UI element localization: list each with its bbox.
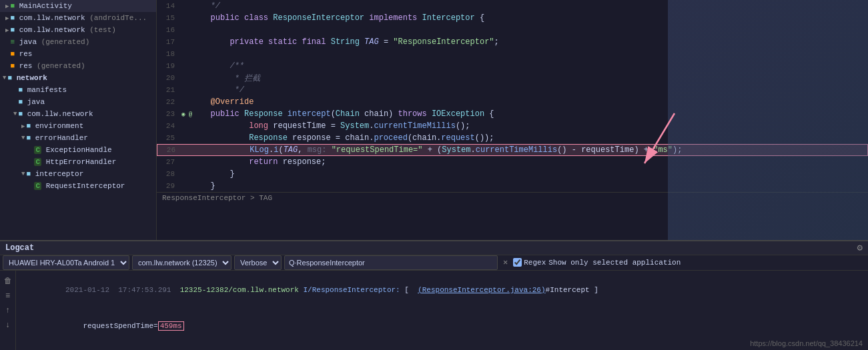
tree-item-network-module[interactable]: ▼ ■ network bbox=[0, 72, 156, 84]
tree-item-requestinterceptor[interactable]: ▶ C RequestInterceptor bbox=[0, 180, 156, 192]
folder-icon: ■ bbox=[18, 98, 23, 106]
folder-icon: ■ bbox=[18, 110, 23, 118]
device-select[interactable]: HUAWEI HRY-AL00Ta Android 1 bbox=[3, 255, 129, 270]
line-number: 22 bbox=[157, 98, 180, 106]
regex-checkbox-label[interactable]: Regex bbox=[513, 258, 546, 267]
log-indent: requestSpendTime= bbox=[65, 322, 158, 330]
tree-label: MainActivity bbox=[19, 2, 72, 10]
code-line-24: 24 long requestTime = System.currentTime… bbox=[157, 120, 868, 132]
folder-icon: ■ bbox=[26, 134, 31, 142]
settings-icon[interactable]: ⚙ bbox=[857, 242, 863, 253]
tree-label: java (generated) bbox=[19, 38, 90, 46]
tree-arrow-icon: ▶ bbox=[21, 123, 25, 130]
code-line-19: 19 /** bbox=[157, 60, 868, 72]
tree-arrow-icon: ▼ bbox=[21, 171, 25, 177]
class-icon: C bbox=[34, 146, 41, 154]
line-content: public Response intercept(Chain chain) t… bbox=[193, 109, 868, 119]
log-highlight-val: 459ms bbox=[158, 321, 184, 331]
tree-item-exceptionhandle[interactable]: ▶ C ExceptionHandle bbox=[0, 144, 156, 156]
app-select[interactable]: com.llw.network (12325) bbox=[132, 255, 232, 270]
java-file-icon: ■ bbox=[10, 2, 15, 10]
logcat-toolbar: HUAWEI HRY-AL00Ta Android 1 com.llw.netw… bbox=[0, 255, 868, 271]
line-content: */ bbox=[193, 85, 868, 95]
file-tree-sidebar: ▶ ■ MainActivity ▶ ■ com.llw.network (an… bbox=[0, 0, 157, 240]
tree-label: com.llw.network (test) bbox=[19, 26, 116, 34]
close-search-icon[interactable]: ✕ bbox=[500, 257, 510, 267]
tree-item-network-androidte[interactable]: ▶ ■ com.llw.network (androidTe... bbox=[0, 12, 156, 24]
code-line-15: 15 public class ResponseInterceptor impl… bbox=[157, 12, 868, 24]
tree-item-java[interactable]: ▶ ■ java bbox=[0, 96, 156, 108]
folder-icon: ■ bbox=[10, 26, 15, 34]
code-line-14: 14 */ bbox=[157, 0, 868, 12]
line-number: 15 bbox=[157, 14, 180, 22]
regex-label: Regex bbox=[524, 259, 546, 267]
tree-item-interceptor[interactable]: ▼ ■ interceptor bbox=[0, 168, 156, 180]
scroll-up-button[interactable]: ↑ bbox=[3, 304, 12, 317]
line-content: * 拦截 bbox=[193, 73, 868, 84]
line-content: */ bbox=[193, 1, 868, 11]
code-line-20: 20 * 拦截 bbox=[157, 72, 868, 84]
tree-label: java bbox=[27, 98, 45, 106]
code-editor: 14 */ 15 public class ResponseIntercepto… bbox=[157, 0, 868, 240]
tree-label: com.llw.network bbox=[27, 110, 93, 118]
tree-arrow-icon: ▶ bbox=[5, 27, 9, 34]
tree-arrow-icon: ▼ bbox=[21, 135, 25, 141]
clear-log-button[interactable]: 🗑 bbox=[2, 274, 14, 288]
line-content: /** bbox=[193, 61, 868, 71]
tree-item-manifests[interactable]: ▶ ■ manifests bbox=[0, 84, 156, 96]
tree-item-res-generated[interactable]: ▶ ■ res (generated) bbox=[0, 60, 156, 72]
log-method: #Intercept ] bbox=[546, 286, 598, 294]
line-number: 14 bbox=[157, 2, 180, 10]
search-input[interactable] bbox=[284, 255, 498, 270]
tree-item-httperrorhandler[interactable]: ▶ C HttpErrorHandler bbox=[0, 156, 156, 168]
line-number: 23 bbox=[157, 110, 180, 118]
regex-checkbox-input[interactable] bbox=[513, 258, 522, 267]
logcat-main: 🗑 ≡ ↑ ↓ 2021-01-12 17:47:53.291 12325-12… bbox=[0, 271, 868, 350]
scroll-down-button[interactable]: ↓ bbox=[3, 319, 12, 332]
logcat-left-tools: 🗑 ≡ ↑ ↓ bbox=[0, 271, 16, 350]
java-icon: ≡ bbox=[10, 38, 15, 46]
level-select[interactable]: Verbose bbox=[234, 255, 282, 270]
tree-item-environment[interactable]: ▶ ■ environment bbox=[0, 120, 156, 132]
log-content-area: 2021-01-12 17:47:53.291 12325-12382/com.… bbox=[16, 271, 868, 350]
tree-label: res (generated) bbox=[19, 62, 85, 70]
line-number: 19 bbox=[157, 62, 180, 70]
class-icon: C bbox=[34, 182, 41, 190]
line-content: private static final String TAG = "Respo… bbox=[193, 37, 868, 47]
line-number: 29 bbox=[157, 182, 180, 190]
log-line-2: requestSpendTime=459ms bbox=[21, 308, 863, 344]
tree-item-res[interactable]: ▶ ■ res bbox=[0, 48, 156, 60]
line-number: 16 bbox=[157, 26, 180, 34]
tree-label: interceptor bbox=[35, 170, 84, 178]
show-only-selected-btn[interactable]: Show only selected application bbox=[548, 259, 681, 267]
watermark: https://blog.csdn.net/qq_38436214 bbox=[750, 339, 863, 347]
tree-label: manifests bbox=[27, 86, 67, 94]
log-pid: 12325-12382/com.llw.network bbox=[180, 286, 304, 294]
log-bracket-open: [ bbox=[404, 286, 418, 294]
tree-item-java-generated[interactable]: ▶ ≡ java (generated) bbox=[0, 36, 156, 48]
line-content: public class ResponseInterceptor impleme… bbox=[193, 13, 868, 23]
tree-item-network-test[interactable]: ▶ ■ com.llw.network (test) bbox=[0, 24, 156, 36]
folder-icon: ■ bbox=[10, 14, 15, 22]
line-number: 17 bbox=[157, 38, 180, 46]
tree-item-com-llw-network[interactable]: ▼ ■ com.llw.network bbox=[0, 108, 156, 120]
line-content: KLog.i(TAG, msg: "requestSpendTime=" + (… bbox=[194, 145, 867, 155]
tree-item-errorhandler[interactable]: ▼ ■ errorHandler bbox=[0, 132, 156, 144]
line-number: 26 bbox=[157, 146, 181, 154]
line-content: long requestTime = System.currentTimeMil… bbox=[193, 121, 868, 131]
line-content: return response; bbox=[193, 157, 868, 167]
log-file-link[interactable]: (ResponseInterceptor.java:26) bbox=[418, 286, 545, 294]
tree-label: com.llw.network (androidTe... bbox=[19, 14, 147, 22]
code-line-28: 28 } bbox=[157, 168, 868, 180]
scroll-to-end-button[interactable]: ≡ bbox=[3, 289, 12, 303]
line-number: 18 bbox=[157, 50, 180, 58]
tree-arrow-icon: ▶ bbox=[5, 3, 9, 10]
code-line-25: 25 Response response = chain.proceed(cha… bbox=[157, 132, 868, 144]
tree-item-mainactivity[interactable]: ▶ ■ MainActivity bbox=[0, 0, 156, 12]
line-content: Response response = chain.proceed(chain.… bbox=[193, 133, 868, 143]
log-tag: I/ResponseInterceptor: bbox=[304, 286, 405, 294]
line-number: 25 bbox=[157, 134, 180, 142]
code-line-22: 22 @Override bbox=[157, 96, 868, 108]
tree-arrow-icon: ▼ bbox=[13, 111, 17, 117]
line-content: } bbox=[193, 169, 868, 179]
